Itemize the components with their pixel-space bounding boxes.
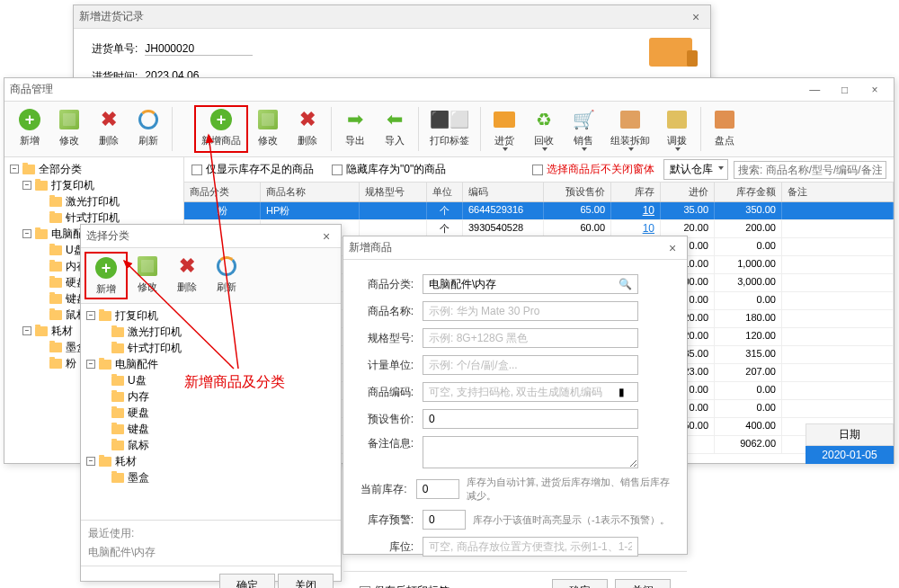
print-label-button[interactable]: ⬛⬜打印标签	[423, 105, 476, 153]
order-no-label: 进货单号:	[92, 41, 138, 57]
recent-value[interactable]: 电脑配件\内存	[88, 545, 334, 560]
tree-leaf[interactable]: 针式打印机	[85, 340, 337, 356]
sale-button[interactable]: 🛒销售	[564, 105, 603, 153]
folder-icon	[111, 441, 124, 450]
folder-icon	[49, 262, 62, 272]
main-toolbar: +新增 修改 ✖删除 刷新 +新增商品 修改 ✖删除 ➡导出 ⬅导入 ⬛⬜打印标…	[4, 102, 894, 157]
cat-refresh-button[interactable]: 刷新	[207, 252, 246, 299]
remark-input[interactable]	[423, 436, 638, 468]
tree-node[interactable]: −耗材	[85, 453, 337, 469]
titlebar: 选择分类 ×	[81, 225, 341, 248]
cat-edit-button[interactable]: 修改	[128, 252, 167, 299]
minimize-icon[interactable]: —	[801, 84, 828, 96]
add-button[interactable]: +新增	[10, 105, 49, 153]
tree-leaf[interactable]: 硬盘	[85, 405, 337, 421]
category-input[interactable]	[423, 274, 638, 294]
field-label: 库位:	[360, 539, 414, 555]
dialog-title: 选择分类	[86, 228, 317, 244]
folder-icon	[49, 197, 62, 207]
unit-input[interactable]	[423, 355, 638, 375]
tree-leaf[interactable]: U盘	[85, 372, 337, 388]
folder-icon	[99, 360, 111, 370]
tree-root[interactable]: −全部分类	[8, 161, 180, 177]
order-no-input[interactable]	[145, 42, 253, 56]
field-label: 当前库存:	[360, 482, 407, 497]
folder-icon	[49, 310, 62, 320]
grid-header: 商品分类 商品名称 规格型号 单位 编码 预设售价 库存 进价 库存金额 备注	[184, 183, 894, 202]
ok-button[interactable]: 确定	[552, 579, 608, 588]
cancel-button[interactable]: 关闭	[615, 579, 671, 588]
stock-input[interactable]	[416, 479, 459, 499]
edit-product-button[interactable]: 修改	[248, 105, 288, 153]
window-title: 新增进货记录	[79, 9, 687, 24]
folder-icon	[111, 473, 124, 483]
price-input[interactable]	[423, 409, 638, 429]
spec-input[interactable]	[423, 328, 638, 348]
folder-icon	[49, 343, 62, 352]
stock-in-button[interactable]: 进货	[485, 105, 524, 153]
cancel-button[interactable]: 关闭	[278, 574, 334, 588]
transfer-button[interactable]: 调拨	[657, 105, 697, 153]
folder-icon	[49, 278, 62, 288]
date-value[interactable]: 2020-01-05	[806, 446, 894, 464]
folder-icon	[111, 376, 124, 386]
search-input[interactable]	[734, 161, 886, 179]
barcode-icon[interactable]: ▮	[619, 386, 625, 398]
close-icon[interactable]: ×	[663, 241, 681, 255]
window-title: 商品管理	[10, 82, 801, 97]
save-print-label: 保存后打印标签	[374, 584, 450, 588]
cat-delete-button[interactable]: ✖删除	[167, 252, 207, 299]
folder-icon	[35, 181, 48, 191]
titlebar: 商品管理 — □ ×	[4, 78, 894, 102]
folder-icon	[35, 326, 48, 336]
delete-button[interactable]: ✖删除	[89, 105, 129, 153]
field-label: 商品分类:	[360, 277, 414, 292]
filter-bar: 仅显示库存不足的商品 隐藏库存为"0"的商品 选择商品后不关闭窗体 默认仓库	[184, 157, 894, 183]
edit-button[interactable]: 修改	[49, 105, 89, 153]
ok-button[interactable]: 确定	[219, 574, 275, 588]
category-dialog: 选择分类 × +新增 修改 ✖删除 刷新 −打复印机 激光打印机 针式打印机 −…	[80, 224, 342, 582]
tree-leaf[interactable]: 内存	[85, 388, 337, 405]
table-row[interactable]: 粉HP粉个664452931665.001035.00350.00	[184, 202, 894, 220]
close-icon[interactable]: ×	[317, 229, 335, 244]
inventory-button[interactable]: 盘点	[705, 105, 744, 153]
add-product-button[interactable]: +新增商品	[194, 105, 248, 153]
checkbox-no-close[interactable]	[532, 165, 543, 175]
loc-input[interactable]	[423, 537, 638, 557]
cat-add-button[interactable]: +新增	[85, 252, 128, 299]
tree-node[interactable]: −打复印机	[8, 177, 180, 193]
delete-product-button[interactable]: ✖删除	[288, 105, 327, 153]
close-icon[interactable]: ×	[861, 84, 888, 96]
field-label: 备注信息:	[360, 436, 414, 451]
folder-icon	[49, 245, 62, 255]
maximize-icon[interactable]: □	[832, 84, 859, 96]
recycle-button[interactable]: ♻回收	[524, 105, 564, 153]
cat-tree: −打复印机 激光打印机 针式打印机 −电脑配件 U盘 内存 硬盘 键盘 鼠标 −…	[81, 304, 341, 520]
tree-leaf[interactable]: 鼠标	[85, 437, 337, 453]
code-input[interactable]	[423, 382, 638, 402]
warn-input[interactable]	[423, 510, 466, 530]
tree-leaf[interactable]: 激光打印机	[8, 193, 180, 209]
field-label: 计量单位:	[360, 358, 414, 373]
recent-label: 最近使用:	[88, 526, 334, 541]
export-button[interactable]: ➡导出	[335, 105, 375, 153]
tree-node[interactable]: −电脑配件	[85, 356, 337, 372]
import-button[interactable]: ⬅导入	[375, 105, 414, 153]
add-product-dialog: 新增商品 × 商品分类:🔍 商品名称: 规格型号: 计量单位: 商品编码:▮ 预…	[343, 236, 688, 555]
truck-icon	[649, 38, 692, 67]
date-header: 日期	[806, 423, 894, 446]
warehouse-select[interactable]: 默认仓库	[663, 159, 728, 180]
checkbox-low-stock[interactable]	[191, 165, 202, 175]
tree-leaf[interactable]: 激光打印机	[85, 324, 337, 340]
name-input[interactable]	[423, 301, 638, 321]
tree-leaf[interactable]: 墨盒	[85, 469, 337, 486]
folder-icon	[49, 359, 62, 369]
tree-node[interactable]: −打复印机	[85, 307, 337, 324]
assemble-button[interactable]: 组装拆卸	[603, 105, 657, 153]
refresh-button[interactable]: 刷新	[129, 105, 168, 153]
search-icon[interactable]: 🔍	[619, 278, 632, 290]
tree-leaf[interactable]: 键盘	[85, 421, 337, 437]
field-label: 库存预警:	[360, 512, 414, 528]
close-icon[interactable]: ×	[687, 10, 705, 24]
checkbox-hide-zero[interactable]	[332, 165, 343, 175]
